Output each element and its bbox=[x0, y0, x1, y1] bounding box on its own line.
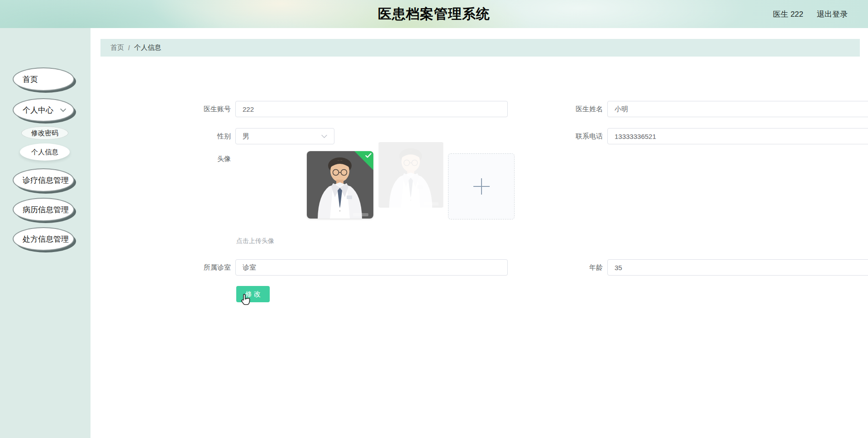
avatar-image[interactable] bbox=[307, 151, 373, 219]
sidebar-item-home[interactable]: 首页 bbox=[13, 67, 74, 91]
sidebar-item-label: 处方信息管理 bbox=[23, 234, 69, 244]
doctor-account-input[interactable] bbox=[235, 101, 508, 117]
sidebar-item-medical-record-info[interactable]: 病历信息管理 bbox=[13, 198, 74, 221]
main-content: 首页 / 个人信息 医生账号 医生姓名 性别 男 联系电话 头像 bbox=[91, 28, 868, 438]
breadcrumb-home-link[interactable]: 首页 bbox=[110, 43, 124, 52]
doctor-account-label: 医生账号 bbox=[176, 101, 231, 117]
breadcrumb-separator: / bbox=[128, 44, 130, 52]
chevron-down-icon bbox=[60, 108, 66, 112]
gender-selected-value: 男 bbox=[243, 132, 249, 141]
gender-select[interactable]: 男 bbox=[235, 128, 334, 144]
header-user-area: 医生 222 退出登录 bbox=[773, 0, 848, 28]
logout-link[interactable]: 退出登录 bbox=[817, 9, 848, 19]
modify-button[interactable]: 修 改 bbox=[236, 286, 270, 302]
age-input[interactable] bbox=[607, 259, 868, 276]
app-header: 医患档案管理系统 医生 222 退出登录 bbox=[0, 0, 868, 28]
office-label: 所属诊室 bbox=[176, 259, 231, 276]
office-input[interactable] bbox=[235, 259, 508, 276]
sidebar-item-treatment-info[interactable]: 诊疗信息管理 bbox=[13, 168, 74, 192]
phone-label: 联系电话 bbox=[548, 128, 603, 144]
sidebar-item-label: 病历信息管理 bbox=[23, 205, 69, 215]
avatar-upload-box[interactable] bbox=[448, 153, 515, 219]
sidebar-item-label: 个人中心 bbox=[23, 105, 53, 115]
phone-input[interactable] bbox=[607, 128, 868, 144]
current-user-label: 医生 222 bbox=[773, 9, 803, 19]
sidebar-item-label: 诊疗信息管理 bbox=[23, 175, 69, 186]
sidebar-item-prescription-info[interactable]: 处方信息管理 bbox=[13, 227, 74, 251]
doctor-name-label: 医生姓名 bbox=[548, 101, 603, 117]
sidebar-item-label: 首页 bbox=[23, 74, 38, 85]
sidebar-item-label: 个人信息 bbox=[31, 148, 58, 157]
sidebar-item-personal-center[interactable]: 个人中心 bbox=[13, 98, 74, 122]
upload-hint: 点击上传头像 bbox=[236, 237, 274, 245]
check-icon bbox=[354, 151, 373, 170]
sidebar-item-change-password[interactable]: 修改密码 bbox=[21, 126, 68, 140]
avatar-label: 头像 bbox=[176, 151, 231, 167]
avatar-ghost-preview bbox=[377, 142, 445, 208]
sidebar-item-label: 修改密码 bbox=[31, 129, 58, 138]
chevron-down-icon bbox=[321, 134, 327, 138]
breadcrumb: 首页 / 个人信息 bbox=[100, 39, 860, 57]
breadcrumb-current: 个人信息 bbox=[134, 43, 161, 52]
sidebar-item-personal-info[interactable]: 个人信息 bbox=[20, 143, 70, 161]
page-title: 医患档案管理系统 bbox=[0, 0, 868, 28]
gender-label: 性别 bbox=[176, 128, 231, 144]
sidebar: 首页 个人中心 修改密码 个人信息 诊疗信息管理 病历信息管理 处方信息管理 bbox=[0, 28, 91, 438]
plus-icon bbox=[473, 178, 490, 195]
age-label: 年龄 bbox=[548, 259, 603, 276]
doctor-name-input[interactable] bbox=[607, 101, 868, 117]
